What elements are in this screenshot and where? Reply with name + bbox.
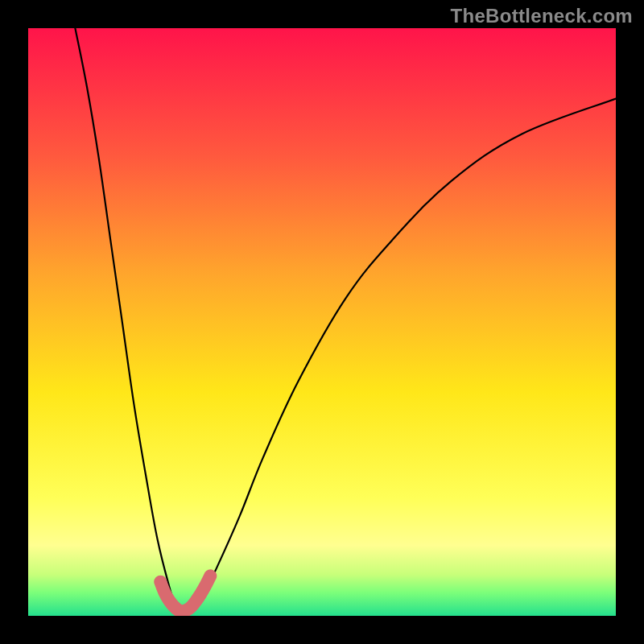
chart-frame: TheBottleneck.com	[0, 0, 644, 644]
chart-svg	[28, 28, 616, 616]
plot-area	[28, 28, 616, 616]
bottleneck-curve-line	[75, 28, 616, 613]
watermark-text: TheBottleneck.com	[451, 5, 633, 27]
